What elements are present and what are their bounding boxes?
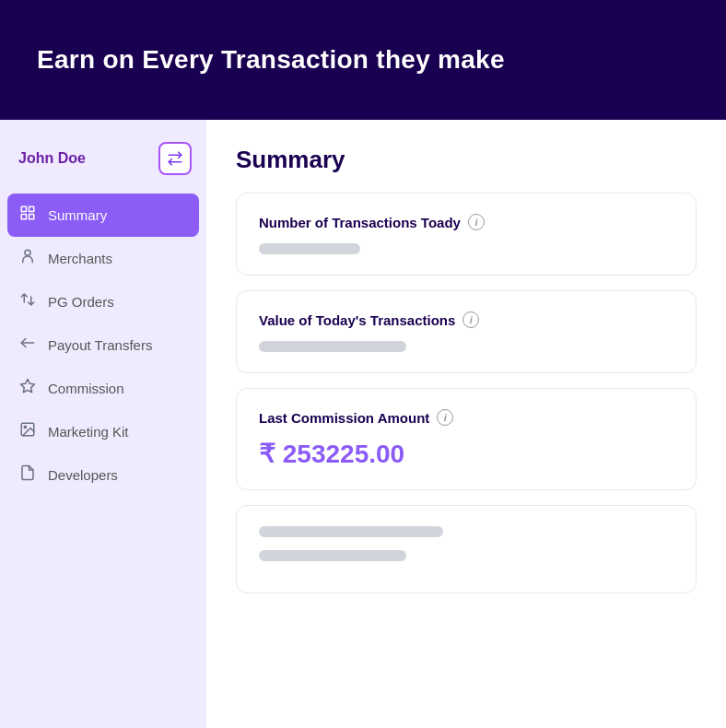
partial-card [236, 505, 697, 593]
sidebar-item-marketing-kit-label: Marketing Kit [48, 424, 129, 440]
switch-account-button[interactable] [158, 142, 192, 175]
sidebar: John Doe Summary [0, 120, 206, 728]
sidebar-item-pg-orders[interactable]: PG Orders [0, 280, 206, 323]
sidebar-item-commission[interactable]: Commission [0, 367, 206, 410]
sidebar-item-payout-transfers[interactable]: Payout Transfers [0, 323, 206, 367]
sidebar-item-payout-transfers-label: Payout Transfers [48, 337, 152, 353]
header: Earn on Every Transaction they make [0, 0, 726, 120]
last-commission-value: ₹ 253225.00 [259, 439, 673, 469]
transactions-today-card: Number of Transactions Toady i [236, 193, 697, 276]
sidebar-item-developers-label: Developers [48, 467, 118, 483]
transactions-today-info-icon[interactable]: i [468, 214, 485, 230]
developers-icon [18, 464, 37, 486]
header-title: Earn on Every Transaction they make [37, 45, 505, 75]
marketing-kit-icon [18, 421, 37, 442]
content-area: Summary Number of Transactions Toady i V… [206, 120, 726, 728]
sidebar-item-merchants[interactable]: Merchants [0, 237, 206, 280]
user-section: John Doe [0, 142, 206, 194]
sidebar-item-pg-orders-label: PG Orders [48, 294, 114, 310]
commission-icon [18, 378, 37, 399]
sidebar-item-developers[interactable]: Developers [0, 453, 206, 497]
payout-transfers-icon [18, 335, 37, 356]
last-commission-card: Last Commission Amount i ₹ 253225.00 [236, 388, 697, 490]
sidebar-item-summary[interactable]: Summary [7, 194, 199, 237]
transactions-today-label: Number of Transactions Toady i [259, 214, 673, 230]
main-layout: John Doe Summary [0, 120, 726, 728]
value-today-value-skeleton [259, 341, 406, 352]
svg-rect-2 [29, 215, 34, 219]
last-commission-info-icon[interactable]: i [437, 409, 453, 426]
svg-point-4 [25, 250, 30, 255]
value-today-label: Value of Today's Transactions i [259, 311, 673, 328]
svg-point-7 [24, 426, 26, 428]
sidebar-item-commission-label: Commission [48, 381, 124, 396]
svg-rect-1 [29, 206, 34, 211]
value-today-card: Value of Today's Transactions i [236, 290, 697, 373]
merchants-icon [18, 248, 37, 269]
user-name: John Doe [18, 150, 86, 167]
summary-icon [18, 205, 37, 226]
transactions-today-value-skeleton [259, 243, 360, 254]
last-commission-label: Last Commission Amount i [259, 409, 673, 426]
svg-rect-3 [21, 215, 26, 219]
sidebar-item-merchants-label: Merchants [48, 251, 112, 266]
page-title: Summary [236, 146, 697, 174]
sidebar-item-marketing-kit[interactable]: Marketing Kit [0, 410, 206, 453]
svg-rect-0 [21, 206, 26, 211]
sidebar-item-summary-label: Summary [48, 207, 107, 223]
pg-orders-icon [18, 291, 37, 312]
value-today-info-icon[interactable]: i [463, 311, 479, 328]
